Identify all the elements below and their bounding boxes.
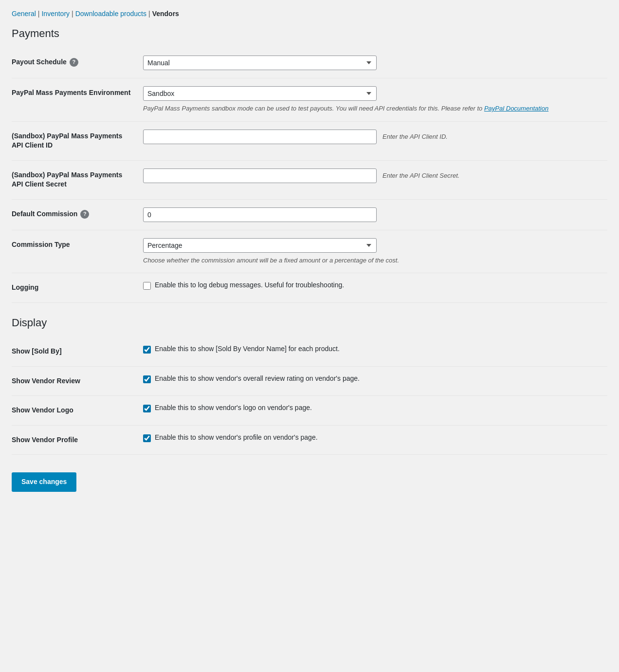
breadcrumb-sep-3: |	[148, 10, 150, 18]
show-sold-by-checkbox[interactable]	[143, 346, 151, 354]
paypal-docs-link[interactable]: PayPal Documentation	[484, 105, 548, 112]
show-vendor-review-label: Show Vendor Review	[12, 377, 80, 385]
show-vendor-logo-checkbox-label[interactable]: Enable this to show vendor's logo on ven…	[143, 404, 602, 412]
show-vendor-profile-row: Show Vendor Profile Enable this to show …	[12, 425, 607, 455]
sandbox-client-id-row: (Sandbox) PayPal Mass Payments API Clien…	[12, 121, 607, 160]
show-sold-by-checkbox-label[interactable]: Enable this to show [Sold By Vendor Name…	[143, 345, 602, 354]
display-table: Show [Sold By] Enable this to show [Sold…	[12, 337, 607, 455]
submit-row: Save changes	[12, 467, 607, 498]
show-vendor-profile-text: Enable this to show vendor's profile on …	[155, 433, 318, 441]
show-vendor-review-checkbox[interactable]	[143, 375, 151, 383]
payout-schedule-row: Payout Schedule ? Manual Weekly Monthly	[12, 48, 607, 78]
logging-row: Logging Enable this to log debug message…	[12, 273, 607, 303]
show-vendor-review-row: Show Vendor Review Enable this to show v…	[12, 366, 607, 396]
display-heading: Display	[12, 317, 607, 329]
paypal-env-row: PayPal Mass Payments Environment Sandbox…	[12, 78, 607, 122]
save-changes-button[interactable]: Save changes	[12, 472, 76, 492]
show-sold-by-row: Show [Sold By] Enable this to show [Sold…	[12, 337, 607, 366]
breadcrumb: General | Inventory | Downloadable produ…	[12, 10, 607, 18]
show-vendor-review-text: Enable this to show vendor's overall rev…	[155, 374, 360, 382]
commission-type-description: Choose whether the commission amount wil…	[143, 256, 399, 265]
payout-schedule-label: Payout Schedule	[12, 57, 67, 67]
sandbox-client-secret-hint: Enter the API Client Secret.	[382, 171, 459, 181]
breadcrumb-sep-2: |	[72, 10, 73, 18]
show-vendor-logo-row: Show Vendor Logo Enable this to show ven…	[12, 396, 607, 426]
payments-heading: Payments	[12, 27, 607, 40]
commission-type-select[interactable]: Percentage Fixed	[143, 238, 377, 253]
sandbox-client-id-hint: Enter the API Client ID.	[382, 132, 448, 142]
payments-table: Payout Schedule ? Manual Weekly Monthly …	[12, 48, 607, 303]
default-commission-label: Default Commission	[12, 209, 77, 219]
show-vendor-logo-label: Show Vendor Logo	[12, 406, 73, 414]
show-vendor-logo-text: Enable this to show vendor's logo on ven…	[155, 404, 312, 411]
logging-label: Logging	[12, 283, 38, 291]
default-commission-row: Default Commission ?	[12, 199, 607, 230]
payout-schedule-help-icon[interactable]: ?	[70, 58, 78, 67]
paypal-env-select[interactable]: Sandbox Live	[143, 86, 377, 101]
breadcrumb-inventory[interactable]: Inventory	[41, 10, 70, 18]
sandbox-client-secret-row: (Sandbox) PayPal Mass Payments API Clien…	[12, 160, 607, 199]
show-vendor-profile-checkbox[interactable]	[143, 434, 151, 442]
logging-checkbox-text: Enable this to log debug messages. Usefu…	[155, 281, 344, 289]
payout-schedule-select[interactable]: Manual Weekly Monthly	[143, 56, 377, 70]
default-commission-help-icon[interactable]: ?	[80, 210, 89, 219]
logging-checkbox-label[interactable]: Enable this to log debug messages. Usefu…	[143, 281, 602, 290]
show-vendor-profile-checkbox-label[interactable]: Enable this to show vendor's profile on …	[143, 433, 602, 442]
show-vendor-profile-label: Show Vendor Profile	[12, 436, 78, 444]
breadcrumb-sep-1: |	[38, 10, 40, 18]
commission-type-label: Commission Type	[12, 241, 70, 248]
sandbox-client-id-input[interactable]	[143, 130, 377, 144]
paypal-env-label: PayPal Mass Payments Environment	[12, 89, 130, 96]
sandbox-client-id-label: (Sandbox) PayPal Mass Payments API Clien…	[12, 132, 122, 149]
breadcrumb-downloadable[interactable]: Downloadable products	[75, 10, 146, 18]
sandbox-client-secret-label: (Sandbox) PayPal Mass Payments API Clien…	[12, 171, 122, 188]
show-sold-by-label: Show [Sold By]	[12, 347, 62, 355]
show-sold-by-text: Enable this to show [Sold By Vendor Name…	[155, 345, 340, 353]
paypal-env-description: PayPal Mass Payments sandbox mode can be…	[143, 104, 548, 113]
breadcrumb-general[interactable]: General	[12, 10, 36, 18]
default-commission-input[interactable]	[143, 207, 377, 222]
sandbox-client-secret-input[interactable]	[143, 168, 377, 183]
show-vendor-logo-checkbox[interactable]	[143, 405, 151, 412]
show-vendor-review-checkbox-label[interactable]: Enable this to show vendor's overall rev…	[143, 374, 602, 383]
commission-type-row: Commission Type Percentage Fixed Choose …	[12, 230, 607, 273]
breadcrumb-current: Vendors	[152, 10, 179, 18]
logging-checkbox[interactable]	[143, 282, 151, 290]
